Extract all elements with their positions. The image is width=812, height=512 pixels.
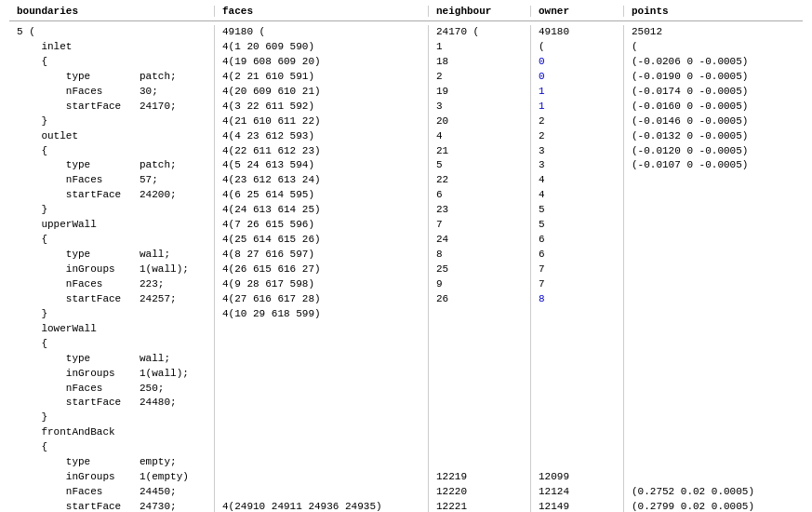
line: [632, 322, 811, 337]
line: [539, 455, 616, 470]
line: 4(24910 24911 24936 24935): [222, 500, 420, 512]
line: (0.2752 0.02 0.0005): [632, 485, 811, 500]
line: 25012: [632, 25, 811, 40]
line: 8: [436, 248, 523, 263]
line: (-0.0107 0 -0.0005): [632, 158, 811, 173]
line: [436, 425, 523, 440]
line: [436, 367, 523, 382]
line: nFaces 30;: [17, 85, 206, 100]
line: 4(7 26 615 596): [222, 218, 420, 233]
line: 12149: [539, 500, 616, 512]
line: inGroups 1(wall);: [17, 367, 206, 382]
line: (-0.0146 0 -0.0005): [632, 115, 811, 129]
line: 12220: [436, 485, 523, 500]
line: (: [632, 40, 811, 55]
line: 4(2 21 610 591): [222, 70, 420, 85]
line: (-0.0190 0 -0.0005): [632, 70, 811, 85]
line: [436, 307, 523, 322]
line: 3: [436, 100, 523, 115]
line: [632, 367, 811, 382]
neighbour-col: 24170 ( 1 18 2 19 3 20 4 21 5 22 6 23 7 …: [428, 25, 530, 512]
line: {: [17, 55, 206, 70]
line: [436, 322, 523, 337]
line: }: [17, 411, 206, 425]
line: type wall;: [17, 248, 206, 263]
line: 4(22 611 612 23): [222, 144, 420, 159]
line: type patch;: [17, 158, 206, 173]
line: startFace 24730;: [17, 500, 206, 512]
line: inGroups 1(empty): [17, 470, 206, 485]
line: (-0.0120 0 -0.0005): [632, 144, 811, 159]
line: 21: [436, 144, 523, 159]
line: 20: [436, 115, 523, 129]
line: [436, 455, 523, 470]
line: 4(19 608 609 20): [222, 55, 420, 70]
line: [436, 382, 523, 397]
line: 12124: [539, 485, 616, 500]
line: 7: [539, 277, 616, 292]
line: 4(25 614 615 26): [222, 233, 420, 248]
line: {: [17, 337, 206, 352]
line: frontAndBack: [17, 425, 206, 440]
header-owner: owner: [539, 6, 569, 22]
line: [632, 352, 811, 367]
line: startFace 24170;: [17, 100, 206, 115]
line: 4(24 613 614 25): [222, 203, 420, 218]
line: 9: [436, 277, 523, 292]
line: }: [17, 115, 206, 129]
line: type wall;: [17, 352, 206, 367]
line: (0.2799 0.02 0.0005): [632, 500, 811, 512]
line: [539, 425, 616, 440]
line: 1: [539, 100, 616, 115]
line: nFaces 223;: [17, 277, 206, 292]
line: [632, 425, 811, 440]
line: type patch;: [17, 70, 206, 85]
faces-col: 49180 ( 4(1 20 609 590) 4(19 608 609 20)…: [214, 25, 428, 512]
line: [222, 411, 420, 425]
line: [632, 382, 811, 397]
line: [632, 440, 811, 455]
line: 4(1 20 609 590): [222, 40, 420, 55]
line: 1: [436, 40, 523, 55]
line: 4(27 616 617 28): [222, 292, 420, 307]
line: 2: [539, 115, 616, 129]
line: [222, 485, 420, 500]
line: [632, 203, 811, 218]
line: (-0.0206 0 -0.0005): [632, 55, 811, 70]
line: 24: [436, 233, 523, 248]
line: [539, 440, 616, 455]
line: [539, 382, 616, 397]
line: [539, 367, 616, 382]
line: 18: [436, 55, 523, 70]
line: 4(21 610 611 22): [222, 115, 420, 129]
line: lowerWall: [17, 322, 206, 337]
line: 4(8 27 616 597): [222, 248, 420, 263]
line: 19: [436, 85, 523, 100]
line: [539, 352, 616, 367]
line: 4(6 25 614 595): [222, 188, 420, 203]
line: [539, 396, 616, 411]
line: 2: [436, 70, 523, 85]
line: {: [17, 440, 206, 455]
owner-col: 49180 ( 0 0 1 1 2 2 3 3 4 4 5 5 6 6 7 7 …: [530, 25, 623, 512]
line: [632, 396, 811, 411]
line: 0: [539, 55, 616, 70]
line: 4(5 24 613 594): [222, 158, 420, 173]
line: 4: [539, 188, 616, 203]
line: [222, 440, 420, 455]
line: 0: [539, 70, 616, 85]
line: [632, 337, 811, 352]
line: upperWall: [17, 218, 206, 233]
line: 4(10 29 618 599): [222, 307, 420, 322]
line: 7: [436, 218, 523, 233]
line: 4(4 23 612 593): [222, 129, 420, 144]
line: 23: [436, 203, 523, 218]
line: type empty;: [17, 455, 206, 470]
line: 4(20 609 610 21): [222, 85, 420, 100]
line: [222, 337, 420, 352]
line: 22: [436, 173, 523, 188]
line: 12099: [539, 470, 616, 485]
line: 5: [436, 158, 523, 173]
line: [436, 440, 523, 455]
line: [222, 352, 420, 367]
